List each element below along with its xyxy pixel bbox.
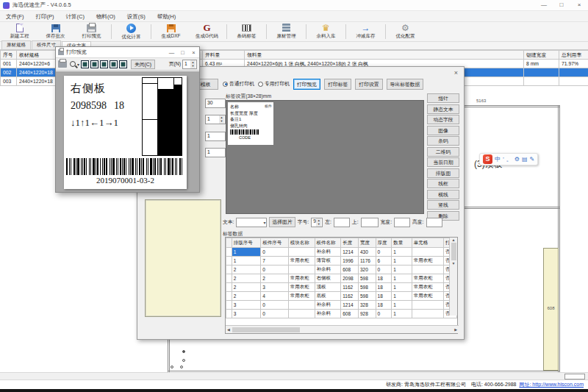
tool-button-7[interactable]: 排版图 [427, 168, 459, 178]
preview-minimize-button[interactable]: — [166, 48, 177, 57]
toolbar-button-4[interactable]: 优化计算 [113, 23, 149, 41]
tool-button-4[interactable]: 条码 [427, 136, 459, 146]
toolbar-button-2[interactable]: 保存批次 [37, 23, 74, 41]
printer-radio-1[interactable]: 专用打印机 [258, 80, 290, 88]
grid-row[interactable]: 22常用衣柜右侧板2098598181常用衣柜否 [226, 274, 457, 283]
spinner-icon[interactable]: ▲▼ [190, 60, 196, 68]
grid-row[interactable]: 10补余料121443001否 [226, 248, 457, 257]
print-preview-icon [87, 24, 96, 32]
page-field-4[interactable]: 1 [205, 148, 226, 157]
toolbar-button-3[interactable]: 打印预览 [74, 23, 110, 41]
preview-close-button[interactable]: × [188, 48, 199, 57]
font-size-input[interactable]: 9▲▼ [311, 218, 323, 227]
left-input[interactable] [334, 218, 350, 227]
tool-button-10[interactable]: 竖线 [427, 200, 459, 210]
drill-hole [182, 359, 185, 362]
scrollbar-thumb[interactable] [564, 374, 585, 379]
grid-row[interactable]: 20补余料60832001否 [226, 266, 457, 274]
toolbar-button-11[interactable]: ⚙优化配置 [387, 23, 423, 41]
sogou-tool-icon-3[interactable]: ⚙ [514, 156, 520, 163]
toolbar-button-9[interactable]: ♛余料入库 [308, 23, 344, 41]
print-icon[interactable] [58, 60, 67, 68]
page-layout-button[interactable] [119, 60, 127, 68]
dialog-action-0[interactable]: 打印预览 [293, 79, 320, 90]
tool-button-1[interactable]: 静态文本 [427, 104, 459, 114]
page-layout-button[interactable] [100, 60, 108, 68]
printer-radio-0[interactable]: 普通打印机 [223, 80, 254, 88]
tool-button-6[interactable]: 当前日期 [427, 157, 459, 167]
page-layout-button[interactable] [90, 60, 98, 68]
tool-button-0[interactable]: 指针 [427, 93, 459, 103]
sogou-tool-icon-0[interactable]: 中 [495, 155, 501, 163]
sogou-tool-icon-5[interactable]: ✎ [530, 156, 535, 163]
sogou-logo-icon[interactable]: S [483, 154, 492, 164]
grid-vertical-scrollbar[interactable]: ▲▼ [449, 238, 457, 316]
tool-button-9[interactable]: 横线 [427, 190, 459, 199]
scrollbar-thumb[interactable] [232, 327, 300, 332]
toolbar-button-label: 生成DXF [162, 33, 181, 40]
grid-horizontal-scrollbar[interactable]: ◀ ▶ [226, 325, 459, 333]
page-number-input[interactable]: 1▲▼ [182, 60, 197, 69]
toolbar-button-8[interactable]: 原材管理 [268, 23, 304, 41]
spinner-icon[interactable]: ▲▼ [316, 218, 321, 227]
zoom-dropdown-icon[interactable]: ▾ [77, 62, 79, 67]
page-layout-button[interactable] [81, 60, 89, 68]
label-design-canvas[interactable]: 板件 名称 长度宽度 厚度 备注1 侧孔转向 CODE [226, 100, 424, 214]
preview-close-action-button[interactable]: 关闭(C) [131, 60, 155, 69]
menu-item-2[interactable]: 计算(C) [60, 11, 90, 22]
menu-item-5[interactable]: 帮助(H) [151, 11, 182, 22]
toolbar-button-6[interactable]: G生成G代码 [189, 23, 225, 41]
page-field-2[interactable]: 1▲▼ [205, 115, 226, 124]
height-input[interactable] [426, 218, 442, 227]
width-input[interactable] [394, 218, 410, 227]
close-button[interactable]: × [570, 0, 588, 10]
preview-maximize-button[interactable]: □ [177, 48, 188, 57]
toolbar-button-7[interactable]: 条码标签 [229, 23, 265, 41]
menu-item-4[interactable]: 设置(S) [121, 11, 151, 22]
toolbar-button-1[interactable]: 新建工程 [1, 23, 37, 41]
spinner-icon[interactable]: ▲▼ [219, 115, 224, 124]
grid-cell [412, 266, 443, 274]
zoom-icon[interactable] [70, 61, 76, 67]
tool-button-8[interactable]: 线框 [427, 179, 459, 188]
page-field-3[interactable]: 1 [205, 132, 226, 141]
tab-0[interactable]: 原材规格 [1, 40, 31, 49]
top-input[interactable] [361, 218, 379, 227]
grid-cell: 3 [261, 283, 289, 292]
toolbar-button-10[interactable]: →冲减库存 [348, 23, 384, 41]
dialog-close-icon[interactable]: × [454, 69, 458, 76]
choose-image-button[interactable]: 选择图片 [269, 217, 295, 227]
grid-cell: 1 [392, 248, 412, 257]
dialog-action-2[interactable]: 打印设置 [355, 79, 382, 90]
toolbar-button-5[interactable]: 生成DXF [153, 23, 189, 41]
label-settings-title: 标签设置(38×28)mm [226, 93, 271, 100]
grid-row[interactable]: 30补余料1214328181否 [226, 301, 457, 310]
sogou-tool-icon-1[interactable]: ’ [503, 156, 504, 163]
menu-item-1[interactable]: 打印(P) [30, 11, 60, 22]
status-website-link[interactable]: 网址: http://www.hiscon.com [519, 381, 584, 388]
grid-row[interactable]: 17常用衣柜薄背板1996117661常用衣柜否 [226, 257, 457, 266]
grid-row[interactable]: 24常用衣柜底板1162598181常用衣柜否 [226, 292, 457, 301]
drill-hole [180, 366, 183, 368]
grid-row[interactable]: 30补余料60892801否 [226, 310, 457, 318]
grid-cell [412, 248, 443, 257]
menu-item-3[interactable]: 物料(O) [90, 11, 121, 22]
page-layout-button[interactable] [110, 60, 118, 68]
label-template[interactable]: 板件 名称 长度宽度 厚度 备注1 侧孔转向 CODE [228, 102, 273, 145]
tool-button-2[interactable]: 动态字段 [427, 115, 459, 124]
materials-cell: 002 [1, 68, 17, 77]
maximize-button[interactable]: □ [553, 0, 570, 10]
tool-button-3[interactable]: 图像 [427, 126, 459, 135]
sogou-tool-icon-4[interactable]: ▤ [522, 156, 528, 163]
horizontal-scrollbar[interactable] [0, 372, 588, 380]
dialog-action-3[interactable]: 导出标签数据 [387, 79, 424, 90]
text-combobox[interactable] [236, 218, 267, 227]
grid-row[interactable]: 23常用衣柜顶板1162598181常用衣柜否 [226, 283, 457, 292]
tool-button-5[interactable]: 二维码 [427, 147, 459, 157]
radio-label: 专用打印机 [265, 80, 290, 88]
sogou-tool-icon-2[interactable]: 。 [506, 155, 512, 163]
dialog-action-1[interactable]: 打印标签 [324, 79, 351, 90]
page-field-1[interactable]: 30 [205, 99, 226, 108]
minimize-button[interactable]: — [535, 0, 553, 10]
menu-item-0[interactable]: 文件(F) [0, 11, 30, 22]
